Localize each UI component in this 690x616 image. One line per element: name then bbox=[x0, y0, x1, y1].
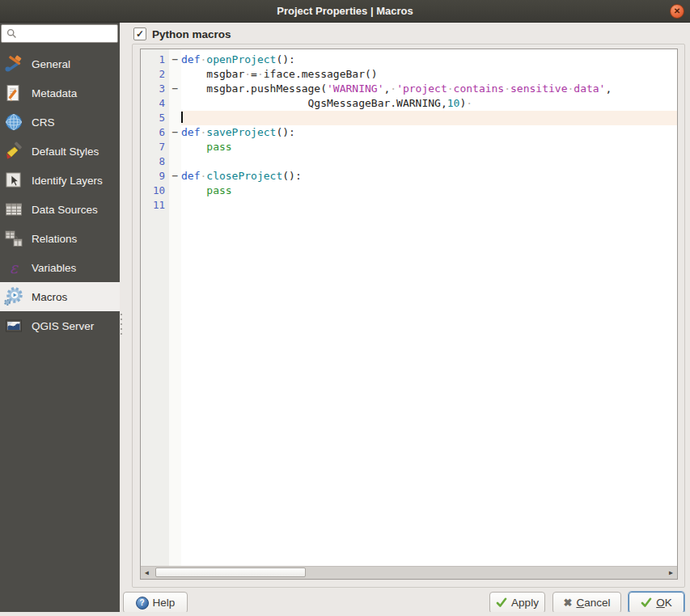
sidebar: GeneralMetadataCRSDefault StylesIdentify… bbox=[0, 23, 120, 612]
sidebar-item-metadata[interactable]: Metadata bbox=[0, 78, 120, 108]
data-sources-icon bbox=[2, 199, 24, 221]
sidebar-item-relations[interactable]: Relations bbox=[0, 224, 120, 253]
code-text: msgbar·=·iface.messageBar() bbox=[181, 67, 677, 82]
code-line: 9−def·closeProject(): bbox=[141, 169, 677, 184]
apply-button-label: Apply bbox=[511, 597, 539, 609]
cancel-button[interactable]: ✖ Cancel bbox=[552, 592, 621, 614]
search-icon bbox=[6, 28, 17, 39]
general-icon bbox=[2, 53, 24, 75]
scrollbar-track[interactable] bbox=[153, 567, 665, 579]
fold-marker[interactable] bbox=[169, 198, 181, 213]
sidebar-item-label: Variables bbox=[32, 262, 76, 274]
code-line: 5 bbox=[141, 111, 677, 125]
fold-margin bbox=[169, 213, 181, 566]
sidebar-item-crs[interactable]: CRS bbox=[0, 108, 120, 137]
default-styles-icon bbox=[2, 141, 24, 162]
fold-marker[interactable] bbox=[169, 111, 181, 125]
sidebar-item-label: Data Sources bbox=[32, 204, 98, 216]
line-number: 10 bbox=[141, 184, 169, 198]
line-number: 5 bbox=[141, 111, 169, 125]
variables-icon: ε bbox=[2, 257, 24, 279]
metadata-icon bbox=[2, 82, 24, 104]
line-number: 6 bbox=[141, 125, 169, 140]
python-macros-checkbox[interactable]: ✓ bbox=[133, 27, 146, 40]
project-properties-dialog: { "titlebar": { "title": "Project Proper… bbox=[0, 0, 690, 616]
sidebar-items: GeneralMetadataCRSDefault StylesIdentify… bbox=[0, 49, 120, 340]
relations-icon bbox=[2, 228, 24, 250]
code-text bbox=[181, 111, 677, 125]
check-icon bbox=[641, 597, 652, 608]
line-number: 11 bbox=[141, 198, 169, 213]
help-button[interactable]: ? Help bbox=[123, 592, 188, 614]
sidebar-item-identify-layers[interactable]: Identify Layers bbox=[0, 166, 120, 195]
help-button-label: Help bbox=[153, 597, 176, 609]
sidebar-item-data-sources[interactable]: Data Sources bbox=[0, 195, 120, 224]
sidebar-item-label: Default Styles bbox=[32, 146, 99, 158]
code-line: 8 bbox=[141, 154, 677, 169]
sidebar-item-general[interactable]: General bbox=[0, 49, 120, 78]
code-text: msgbar.pushMessage('WARNING',·'project·c… bbox=[181, 82, 677, 96]
horizontal-scrollbar[interactable]: ◀ ▶ bbox=[141, 566, 677, 579]
line-number: 4 bbox=[141, 96, 169, 111]
code-line: 7 pass bbox=[141, 140, 677, 154]
code-text bbox=[181, 154, 677, 169]
sidebar-item-label: CRS bbox=[32, 116, 55, 129]
code-text: pass bbox=[181, 140, 677, 154]
sidebar-item-label: Identify Layers bbox=[32, 175, 103, 187]
identify-layers-icon bbox=[2, 170, 24, 192]
ok-button-label: OK bbox=[656, 597, 672, 609]
sidebar-item-label: Macros bbox=[32, 291, 67, 303]
check-icon bbox=[496, 597, 507, 608]
code-line: 6−def·saveProject(): bbox=[141, 125, 677, 140]
qgis-server-icon bbox=[2, 315, 24, 337]
code-line: 11 bbox=[141, 198, 677, 213]
cancel-button-label: Cancel bbox=[576, 597, 610, 609]
fold-marker[interactable]: − bbox=[169, 169, 181, 184]
fold-marker[interactable] bbox=[169, 96, 181, 111]
python-macros-label: Python macros bbox=[152, 28, 231, 40]
fold-marker[interactable] bbox=[169, 140, 181, 154]
sidebar-item-qgis-server[interactable]: QGIS Server bbox=[0, 311, 120, 340]
sidebar-item-label: General bbox=[32, 58, 70, 70]
code-text: QgsMessageBar.WARNING,10)· bbox=[181, 96, 677, 111]
line-number: 9 bbox=[141, 169, 169, 184]
sidebar-item-label: Relations bbox=[32, 233, 77, 245]
code-line: 4 QgsMessageBar.WARNING,10)· bbox=[141, 96, 677, 111]
sidebar-item-macros[interactable]: Macros bbox=[0, 282, 120, 311]
scrollbar-thumb[interactable] bbox=[155, 567, 306, 577]
line-number: 3 bbox=[141, 82, 169, 96]
sidebar-item-variables[interactable]: εVariables bbox=[0, 253, 120, 282]
line-number: 7 bbox=[141, 140, 169, 154]
scroll-right-icon[interactable]: ▶ bbox=[665, 567, 677, 579]
python-macros-row: ✓ Python macros bbox=[133, 27, 231, 40]
fold-marker[interactable]: − bbox=[169, 82, 181, 96]
fold-marker[interactable] bbox=[169, 154, 181, 169]
splitter-handle[interactable] bbox=[121, 314, 123, 335]
fold-marker[interactable]: − bbox=[169, 125, 181, 140]
line-number: 2 bbox=[141, 67, 169, 82]
code-text: def·openProject(): bbox=[181, 53, 677, 67]
dialog-bottom-edge bbox=[0, 612, 690, 616]
line-number: 1 bbox=[141, 53, 169, 67]
window-title: Project Properties | Macros bbox=[277, 5, 413, 17]
code-line: 1−def·openProject(): bbox=[141, 53, 677, 67]
text-cursor bbox=[181, 112, 183, 123]
svg-text:ε: ε bbox=[10, 259, 19, 276]
apply-button[interactable]: Apply bbox=[489, 592, 545, 614]
fold-marker[interactable] bbox=[169, 184, 181, 198]
code-rows: 1−def·openProject():2 msgbar·=·iface.mes… bbox=[141, 49, 677, 566]
search-input[interactable] bbox=[1, 24, 118, 43]
code-filler bbox=[141, 213, 677, 566]
sidebar-item-default-styles[interactable]: Default Styles bbox=[0, 137, 120, 166]
code-text: pass bbox=[181, 184, 677, 198]
code-editor[interactable]: 1−def·openProject():2 msgbar·=·iface.mes… bbox=[140, 49, 678, 580]
code-line: 10 pass bbox=[141, 184, 677, 198]
close-icon[interactable]: ✕ bbox=[670, 4, 684, 19]
code-line: 2 msgbar·=·iface.messageBar() bbox=[141, 67, 677, 82]
fold-marker[interactable]: − bbox=[169, 53, 181, 67]
crs-icon bbox=[2, 112, 24, 133]
fold-marker[interactable] bbox=[169, 67, 181, 82]
titlebar: Project Properties | Macros ✕ bbox=[0, 0, 690, 23]
ok-button[interactable]: OK bbox=[629, 592, 684, 614]
scroll-left-icon[interactable]: ◀ bbox=[141, 567, 153, 579]
